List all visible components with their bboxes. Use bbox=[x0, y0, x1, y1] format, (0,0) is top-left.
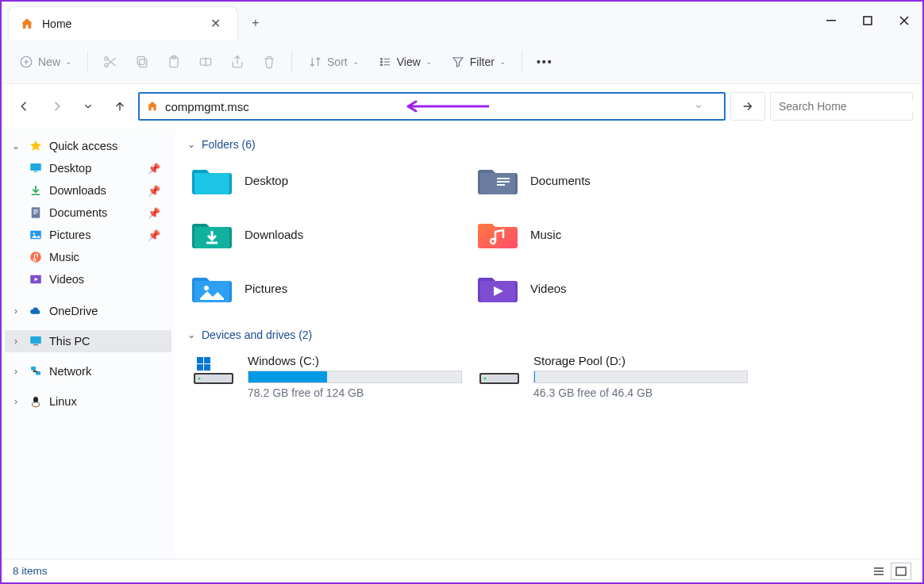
delete-button[interactable] bbox=[255, 49, 283, 75]
drive-d[interactable]: Storage Pool (D:) 46.3 GB free of 46.4 G… bbox=[473, 349, 759, 404]
sidebar-item-linux[interactable]: › Linux bbox=[5, 390, 171, 413]
folder-pictures-icon bbox=[192, 271, 232, 305]
sidebar-item-pictures[interactable]: Pictures 📌 bbox=[5, 224, 171, 246]
sidebar-item-this-pc[interactable]: › This PC bbox=[5, 330, 171, 352]
separator bbox=[291, 51, 292, 73]
svg-rect-39 bbox=[197, 364, 203, 371]
drive-usage-bar bbox=[533, 371, 748, 383]
folder-downloads[interactable]: Downloads bbox=[187, 213, 473, 256]
rename-icon bbox=[198, 54, 214, 70]
drive-c[interactable]: Windows (C:) 78.2 GB free of 124 GB bbox=[187, 349, 473, 404]
view-button[interactable]: View ⌄ bbox=[370, 50, 440, 74]
folder-desktop[interactable]: Desktop bbox=[187, 159, 473, 202]
search-box[interactable] bbox=[770, 92, 913, 121]
sort-button[interactable]: Sort ⌄ bbox=[300, 50, 367, 74]
svg-rect-15 bbox=[34, 171, 38, 172]
tiles-view-button[interactable] bbox=[891, 563, 911, 580]
address-dropdown-button[interactable] bbox=[694, 102, 718, 111]
svg-point-43 bbox=[483, 377, 486, 379]
drive-free-text: 46.3 GB free of 46.4 GB bbox=[533, 386, 748, 399]
chevron-right-icon: › bbox=[10, 305, 22, 317]
svg-rect-24 bbox=[30, 336, 41, 344]
go-button[interactable] bbox=[730, 92, 765, 121]
svg-rect-37 bbox=[197, 357, 203, 363]
drive-name: Windows (C:) bbox=[248, 354, 462, 367]
folder-desktop-icon bbox=[192, 163, 232, 197]
sidebar-label: This PC bbox=[49, 335, 90, 348]
sidebar-item-videos[interactable]: Videos bbox=[5, 268, 171, 290]
forward-button[interactable] bbox=[43, 93, 70, 120]
download-icon bbox=[29, 183, 43, 198]
svg-rect-35 bbox=[195, 375, 232, 382]
folder-music[interactable]: Music bbox=[473, 213, 759, 256]
folder-music-icon bbox=[478, 217, 518, 251]
svg-point-10 bbox=[380, 58, 382, 60]
sidebar-item-quick-access[interactable]: ⌄ Quick access bbox=[5, 135, 171, 157]
folder-videos[interactable]: Videos bbox=[473, 267, 759, 309]
sidebar-item-network[interactable]: › Network bbox=[5, 360, 171, 382]
sidebar-label: Quick access bbox=[49, 140, 117, 152]
sidebar-item-desktop[interactable]: Desktop 📌 bbox=[5, 157, 171, 179]
separator bbox=[522, 51, 522, 73]
sidebar-item-onedrive[interactable]: › OneDrive bbox=[5, 300, 171, 322]
group-header-folders[interactable]: ⌄ Folders (6) bbox=[187, 135, 910, 159]
sidebar-item-music[interactable]: Music bbox=[5, 246, 171, 268]
desktop-icon bbox=[29, 161, 43, 175]
svg-rect-18 bbox=[33, 212, 38, 213]
titlebar-drag-area[interactable] bbox=[273, 2, 813, 40]
folder-pictures[interactable]: Pictures bbox=[187, 267, 473, 309]
new-button[interactable]: New ⌄ bbox=[11, 50, 79, 74]
chevron-down-icon: ⌄ bbox=[65, 57, 71, 66]
cut-button[interactable] bbox=[96, 49, 125, 75]
pin-icon: 📌 bbox=[148, 163, 160, 175]
back-button[interactable] bbox=[11, 93, 38, 120]
plus-circle-icon bbox=[19, 55, 33, 69]
folder-documents-icon bbox=[478, 163, 518, 197]
home-icon bbox=[146, 100, 159, 113]
address-input[interactable] bbox=[165, 100, 687, 113]
body: ⌄ Quick access Desktop 📌 Downloads 📌 Doc… bbox=[2, 129, 922, 559]
share-icon bbox=[229, 54, 245, 70]
filter-button[interactable]: Filter ⌄ bbox=[443, 50, 514, 74]
toolbar: New ⌄ Sort ⌄ View ⌄ Filter ⌄ ••• bbox=[2, 40, 922, 84]
status-bar: 8 items bbox=[2, 559, 922, 582]
svg-rect-32 bbox=[497, 184, 505, 186]
folder-label: Music bbox=[530, 228, 561, 241]
maximize-button[interactable] bbox=[849, 2, 886, 40]
svg-point-3 bbox=[105, 56, 108, 60]
content-area: ⌄ Folders (6) Desktop Documents Download… bbox=[175, 129, 922, 559]
svg-rect-5 bbox=[140, 59, 147, 67]
copy-button[interactable] bbox=[128, 49, 156, 75]
close-window-button[interactable] bbox=[886, 2, 922, 40]
sidebar-label: Videos bbox=[49, 273, 84, 286]
sidebar: ⌄ Quick access Desktop 📌 Downloads 📌 Doc… bbox=[2, 129, 175, 559]
view-mode-buttons bbox=[868, 563, 911, 580]
more-button[interactable]: ••• bbox=[530, 51, 560, 73]
paste-button[interactable] bbox=[160, 49, 188, 75]
minimize-button[interactable] bbox=[813, 2, 849, 40]
svg-rect-44 bbox=[896, 567, 906, 575]
share-button[interactable] bbox=[223, 49, 252, 75]
search-input[interactable] bbox=[779, 100, 918, 113]
svg-point-12 bbox=[380, 63, 382, 65]
folder-documents[interactable]: Documents bbox=[473, 159, 759, 202]
rename-button[interactable] bbox=[191, 49, 220, 75]
up-button[interactable] bbox=[106, 93, 133, 120]
folders-grid: Desktop Documents Downloads Music Pictur… bbox=[187, 159, 910, 309]
chevron-down-icon: ⌄ bbox=[425, 57, 432, 66]
group-header-drives[interactable]: ⌄ Devices and drives (2) bbox=[187, 325, 910, 349]
new-tab-button[interactable]: + bbox=[238, 6, 273, 40]
details-view-button[interactable] bbox=[868, 563, 889, 580]
recent-locations-button[interactable] bbox=[75, 93, 102, 120]
sidebar-item-downloads[interactable]: Downloads 📌 bbox=[5, 179, 171, 202]
close-tab-button[interactable]: ✕ bbox=[204, 13, 226, 35]
drives-grid: Windows (C:) 78.2 GB free of 124 GB Stor… bbox=[187, 349, 910, 404]
music-icon bbox=[29, 250, 43, 264]
sidebar-item-documents[interactable]: Documents 📌 bbox=[5, 202, 171, 224]
folder-label: Desktop bbox=[244, 174, 288, 187]
sort-icon bbox=[308, 55, 322, 69]
more-icon: ••• bbox=[537, 56, 553, 68]
address-bar[interactable] bbox=[138, 92, 726, 121]
svg-point-33 bbox=[204, 286, 209, 290]
tab-home[interactable]: Home ✕ bbox=[8, 6, 238, 40]
